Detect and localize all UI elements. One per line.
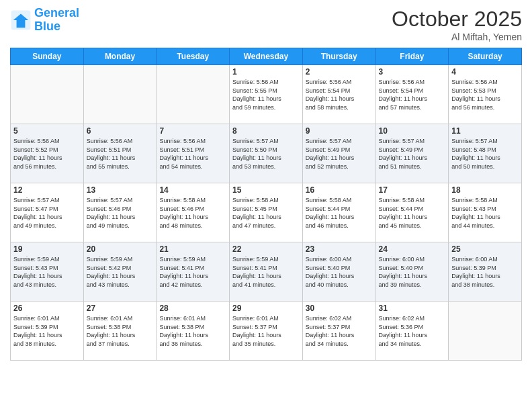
logo: General Blue [10,7,79,34]
day-number: 3 [379,67,446,77]
week-row-3: 12Sunrise: 5:57 AM Sunset: 5:47 PM Dayli… [11,183,522,242]
logo-text: General Blue [34,7,79,34]
day-info: Sunrise: 6:01 AM Sunset: 5:38 PM Dayligh… [159,314,226,348]
day-info: Sunrise: 6:01 AM Sunset: 5:37 PM Dayligh… [232,314,300,348]
day-number: 31 [379,304,446,313]
location-subtitle: Al Miftah, Yemen [392,32,522,42]
day-info: Sunrise: 6:01 AM Sunset: 5:38 PM Dayligh… [87,314,154,348]
cal-cell: 16Sunrise: 5:58 AM Sunset: 5:44 PM Dayli… [302,183,375,242]
cal-cell [449,302,522,361]
cal-cell: 11Sunrise: 5:57 AM Sunset: 5:48 PM Dayli… [449,124,522,183]
cal-cell: 9Sunrise: 5:57 AM Sunset: 5:49 PM Daylig… [302,124,375,183]
day-info: Sunrise: 5:56 AM Sunset: 5:51 PM Dayligh… [87,137,154,171]
cal-cell: 13Sunrise: 5:57 AM Sunset: 5:46 PM Dayli… [83,183,157,242]
day-header-thursday: Thursday [302,48,375,65]
day-number: 14 [159,185,226,195]
day-info: Sunrise: 5:59 AM Sunset: 5:41 PM Dayligh… [232,255,300,289]
cal-cell: 27Sunrise: 6:01 AM Sunset: 5:38 PM Dayli… [83,302,157,361]
cal-cell: 1Sunrise: 5:56 AM Sunset: 5:55 PM Daylig… [230,65,303,124]
day-header-friday: Friday [375,48,449,65]
cal-cell: 26Sunrise: 6:01 AM Sunset: 5:39 PM Dayli… [11,302,84,361]
cal-cell: 18Sunrise: 5:58 AM Sunset: 5:43 PM Dayli… [449,183,522,242]
day-number: 11 [451,126,519,136]
cal-cell: 30Sunrise: 6:02 AM Sunset: 5:37 PM Dayli… [302,302,375,361]
day-info: Sunrise: 5:56 AM Sunset: 5:54 PM Dayligh… [379,78,446,111]
day-number: 30 [306,304,373,313]
day-info: Sunrise: 5:58 AM Sunset: 5:46 PM Dayligh… [159,196,226,230]
cal-cell: 5Sunrise: 5:56 AM Sunset: 5:52 PM Daylig… [11,124,84,183]
day-number: 5 [13,126,81,136]
cal-cell: 20Sunrise: 5:59 AM Sunset: 5:42 PM Dayli… [83,242,157,302]
cal-cell: 25Sunrise: 6:00 AM Sunset: 5:39 PM Dayli… [449,242,522,302]
cal-cell: 17Sunrise: 5:58 AM Sunset: 5:44 PM Dayli… [375,183,449,242]
day-number: 8 [232,126,300,136]
day-number: 25 [451,244,519,254]
day-number: 15 [232,185,300,195]
day-number: 23 [306,244,373,254]
cal-cell: 23Sunrise: 6:00 AM Sunset: 5:40 PM Dayli… [302,242,375,302]
day-info: Sunrise: 5:59 AM Sunset: 5:41 PM Dayligh… [159,255,226,289]
day-number: 12 [13,185,81,195]
calendar-table: SundayMondayTuesdayWednesdayThursdayFrid… [10,48,522,361]
day-info: Sunrise: 5:58 AM Sunset: 5:43 PM Dayligh… [451,196,519,230]
cal-cell: 19Sunrise: 5:59 AM Sunset: 5:43 PM Dayli… [11,242,84,302]
cal-cell: 10Sunrise: 5:57 AM Sunset: 5:49 PM Dayli… [375,124,449,183]
day-info: Sunrise: 6:00 AM Sunset: 5:40 PM Dayligh… [379,255,446,289]
day-info: Sunrise: 5:57 AM Sunset: 5:47 PM Dayligh… [13,196,81,230]
day-number: 21 [159,244,226,254]
day-info: Sunrise: 6:02 AM Sunset: 5:37 PM Dayligh… [306,314,373,348]
cal-cell: 28Sunrise: 6:01 AM Sunset: 5:38 PM Dayli… [157,302,230,361]
day-info: Sunrise: 6:00 AM Sunset: 5:39 PM Dayligh… [451,255,519,289]
day-info: Sunrise: 5:59 AM Sunset: 5:42 PM Dayligh… [87,255,154,289]
day-header-wednesday: Wednesday [230,48,303,65]
day-info: Sunrise: 6:02 AM Sunset: 5:36 PM Dayligh… [379,314,446,348]
day-number: 9 [306,126,373,136]
cal-cell: 14Sunrise: 5:58 AM Sunset: 5:46 PM Dayli… [157,183,230,242]
cal-cell: 12Sunrise: 5:57 AM Sunset: 5:47 PM Dayli… [11,183,84,242]
day-number: 1 [232,67,300,77]
day-number: 2 [306,67,373,77]
day-number: 24 [379,244,446,254]
day-number: 19 [13,244,81,254]
day-number: 4 [451,67,519,77]
day-info: Sunrise: 5:57 AM Sunset: 5:48 PM Dayligh… [451,137,519,171]
day-number: 18 [451,185,519,195]
day-number: 22 [232,244,300,254]
day-number: 26 [13,304,81,313]
cal-cell [83,65,157,124]
cal-cell: 31Sunrise: 6:02 AM Sunset: 5:36 PM Dayli… [375,302,449,361]
day-info: Sunrise: 5:56 AM Sunset: 5:52 PM Dayligh… [13,137,81,171]
day-number: 6 [87,126,154,136]
day-number: 10 [379,126,446,136]
header: General Blue October 2025 Al Miftah, Yem… [10,7,522,42]
day-number: 27 [87,304,154,313]
cal-cell [11,65,84,124]
cal-cell: 6Sunrise: 5:56 AM Sunset: 5:51 PM Daylig… [83,124,157,183]
day-number: 7 [159,126,226,136]
day-number: 28 [159,304,226,313]
cal-cell: 22Sunrise: 5:59 AM Sunset: 5:41 PM Dayli… [230,242,303,302]
cal-cell: 3Sunrise: 5:56 AM Sunset: 5:54 PM Daylig… [375,65,449,124]
cal-cell: 2Sunrise: 5:56 AM Sunset: 5:54 PM Daylig… [302,65,375,124]
title-block: October 2025 Al Miftah, Yemen [392,7,522,42]
day-number: 17 [379,185,446,195]
cal-cell: 29Sunrise: 6:01 AM Sunset: 5:37 PM Dayli… [230,302,303,361]
day-header-tuesday: Tuesday [157,48,230,65]
header-row: SundayMondayTuesdayWednesdayThursdayFrid… [11,48,522,65]
week-row-1: 1Sunrise: 5:56 AM Sunset: 5:55 PM Daylig… [11,65,522,124]
day-number: 16 [306,185,373,195]
cal-cell: 7Sunrise: 5:56 AM Sunset: 5:51 PM Daylig… [157,124,230,183]
day-info: Sunrise: 6:01 AM Sunset: 5:39 PM Dayligh… [13,314,81,348]
day-header-sunday: Sunday [11,48,84,65]
day-info: Sunrise: 5:58 AM Sunset: 5:45 PM Dayligh… [232,196,300,230]
day-header-monday: Monday [83,48,157,65]
day-info: Sunrise: 5:57 AM Sunset: 5:49 PM Dayligh… [306,137,373,171]
day-info: Sunrise: 5:57 AM Sunset: 5:50 PM Dayligh… [232,137,300,171]
cal-cell: 15Sunrise: 5:58 AM Sunset: 5:45 PM Dayli… [230,183,303,242]
cal-cell [157,65,230,124]
day-info: Sunrise: 5:58 AM Sunset: 5:44 PM Dayligh… [306,196,373,230]
logo-icon [10,9,32,31]
day-info: Sunrise: 5:56 AM Sunset: 5:55 PM Dayligh… [232,78,300,111]
day-info: Sunrise: 5:56 AM Sunset: 5:53 PM Dayligh… [451,78,519,111]
cal-cell: 4Sunrise: 5:56 AM Sunset: 5:53 PM Daylig… [449,65,522,124]
